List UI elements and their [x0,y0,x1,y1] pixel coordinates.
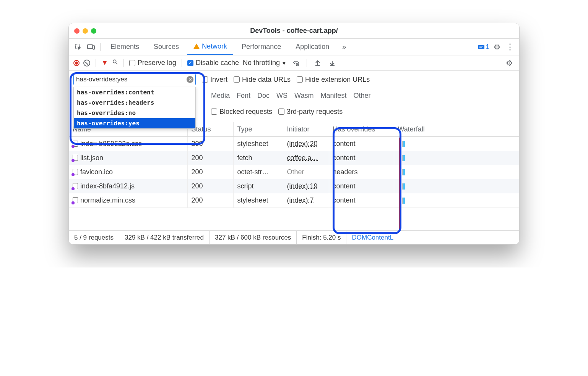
network-settings-icon[interactable]: ⚙ [504,58,515,68]
issues-count: 1 [486,43,489,51]
clear-button[interactable] [83,60,90,66]
devtools-window: DevTools - coffee-cart.app/ Elements Sou… [68,23,520,245]
blocked-requests-checkbox[interactable]: Blocked requests [211,108,272,116]
cell-initiator[interactable]: coffee.a… [283,151,329,165]
tab-sources[interactable]: Sources [148,39,185,55]
filter-input[interactable] [73,74,196,85]
device-toolbar-icon[interactable] [86,42,96,52]
throttling-select[interactable]: No throttling ▼ [243,59,287,67]
svg-rect-5 [479,47,482,48]
cell-has-overrides: headers [329,165,394,179]
close-window-button[interactable] [74,28,80,34]
cell-status: 200 [187,193,233,207]
cell-status: 200 [187,137,233,151]
svg-rect-4 [479,46,483,47]
cell-name: favicon.ico [69,165,187,179]
preserve-log-label: Preserve log [138,59,176,67]
checkbox-icon [129,60,135,66]
maximize-window-button[interactable] [91,28,96,34]
inspect-element-icon[interactable] [73,42,83,52]
file-override-icon [73,197,78,203]
search-icon[interactable] [112,59,118,67]
divider [307,59,307,67]
svg-rect-1 [88,45,93,49]
cell-type: script [233,179,283,193]
cell-type: octet-str… [233,165,283,179]
suggestion-item[interactable]: has-overrides:no [74,108,195,118]
cell-initiator[interactable]: (index):20 [283,137,329,151]
table-row[interactable]: index-b859522e.css200stylesheet(index):2… [69,137,519,151]
table-row[interactable]: normalize.min.css200stylesheet(index):7c… [69,193,519,207]
type-wasm[interactable]: Wasm [294,92,313,100]
tab-application[interactable]: Application [289,39,335,55]
cell-initiator[interactable]: Other [283,165,329,179]
type-media[interactable]: Media [211,92,230,100]
svg-line-7 [116,63,117,64]
record-button[interactable] [73,60,80,66]
type-ws[interactable]: WS [276,92,288,100]
suggestion-item[interactable]: has-overrides:content [74,87,195,97]
filter-toggle-icon[interactable]: ▼ [101,59,108,67]
svg-rect-2 [93,45,94,49]
checkbox-icon [297,76,303,83]
svg-point-6 [113,60,116,63]
cell-initiator[interactable]: (index):7 [283,193,329,207]
type-doc[interactable]: Doc [257,92,270,100]
divider [100,43,101,51]
upload-har-icon[interactable] [312,58,323,68]
col-waterfall[interactable]: Waterfall [394,122,519,137]
invert-checkbox[interactable]: Invert [202,76,227,84]
file-override-icon [73,183,78,189]
tab-performance[interactable]: Performance [236,39,287,55]
third-party-checkbox[interactable]: 3rd-party requests [278,108,343,116]
status-resources: 327 kB / 600 kB resources [210,231,297,244]
col-has-overrides[interactable]: Has overrides [329,122,394,137]
settings-icon[interactable]: ⚙ [492,42,502,52]
disable-cache-label: Disable cache [196,59,239,67]
cell-status: 200 [187,151,233,165]
cell-waterfall [394,179,519,193]
tab-elements[interactable]: Elements [104,39,145,55]
checkbox-checked-icon [187,60,193,66]
col-initiator[interactable]: Initiator [283,122,329,137]
more-tabs-button[interactable]: » [338,42,348,52]
suggestion-item[interactable]: has-overrides:headers [74,97,195,108]
more-menu-icon[interactable]: ⋮ [505,42,515,52]
status-requests: 5 / 9 requests [69,231,119,244]
checkbox-icon [234,76,240,83]
checkbox-icon [202,76,208,83]
table-row[interactable]: list.json200fetchcoffee.a…content [69,151,519,165]
cell-waterfall [394,165,519,179]
type-other[interactable]: Other [353,92,370,100]
status-finish: Finish: 5.20 s [297,231,346,244]
clear-filter-icon[interactable]: ✕ [187,76,193,83]
cell-status: 200 [187,179,233,193]
table-row[interactable]: favicon.ico200octet-str…Otherheaders [69,165,519,179]
cell-waterfall [394,137,519,151]
minimize-window-button[interactable] [83,28,88,34]
cell-name: index-8bfa4912.js [69,179,187,193]
network-conditions-icon[interactable] [291,58,301,68]
issues-badge[interactable]: 1 [478,43,489,51]
preserve-log-checkbox[interactable]: Preserve log [129,59,176,67]
status-bar: 5 / 9 requests 329 kB / 422 kB transferr… [69,230,519,244]
type-manifest[interactable]: Manifest [320,92,346,100]
checkbox-icon [211,109,217,115]
suggestion-item-selected[interactable]: has-overrides:yes [74,118,195,128]
file-override-icon [73,155,78,161]
table-row[interactable]: index-8bfa4912.js200script(index):19cont… [69,179,519,193]
type-font[interactable]: Font [237,92,250,100]
hide-extension-urls-checkbox[interactable]: Hide extension URLs [297,76,370,84]
tab-network[interactable]: Network [187,39,233,55]
divider [182,59,182,67]
cell-initiator[interactable]: (index):19 [283,179,329,193]
col-type[interactable]: Type [233,122,283,137]
disable-cache-checkbox[interactable]: Disable cache [187,59,239,67]
file-override-icon [73,141,78,147]
cell-waterfall [394,151,519,165]
requests-table-wrap: Name Status Type Initiator Has overrides… [69,122,519,230]
hide-data-urls-checkbox[interactable]: Hide data URLs [234,76,291,84]
cell-status: 200 [187,165,233,179]
download-har-icon[interactable] [327,58,338,68]
cell-has-overrides: content [329,193,394,207]
